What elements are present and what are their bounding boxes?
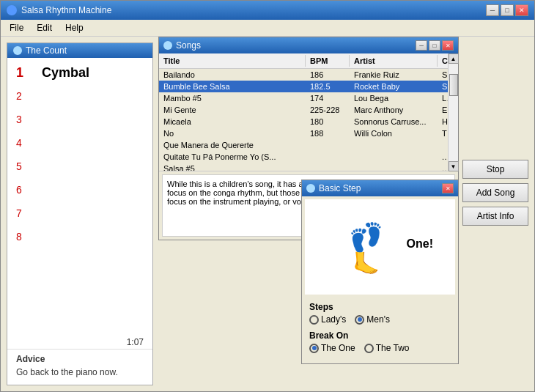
songs-restore-button[interactable]: □ — [429, 40, 440, 51]
song-row-5[interactable]: No 188 Willi Colon The Hit List - La His… — [159, 127, 448, 139]
song-cd-4: Heavy Salsa — [438, 117, 448, 127]
song-bpm-4: 180 — [306, 117, 350, 127]
app-window: Salsa Rhythm Machine ─ □ ✕ File Edit Hel… — [0, 0, 535, 392]
title-bar: Salsa Rhythm Machine ─ □ ✕ — [1, 1, 534, 20]
song-row-7[interactable]: Quitate Tu Pá Ponerme Yo (S... ...os — [159, 151, 448, 163]
minimize-button[interactable]: ─ — [486, 4, 499, 16]
songs-title-bar: Songs ─ □ ✕ — [159, 37, 458, 53]
basic-step-tb-controls: ✕ — [442, 183, 454, 193]
song-artist-0: Frankie Ruiz — [350, 70, 438, 80]
song-artist-3: Marc Anthony — [350, 105, 438, 115]
the-one-label: The One — [321, 343, 355, 353]
song-row-8[interactable]: Salsa #5 ...cero — [159, 163, 448, 171]
mens-radio[interactable] — [355, 315, 364, 325]
beat-label-1: Cymbal — [42, 65, 89, 81]
song-row-0[interactable]: Bailando 186 Frankie Ruiz Salsa Fresca — [159, 69, 448, 81]
beat-one-label: One! — [407, 237, 433, 251]
song-title-2: Mambo #5 — [159, 93, 306, 103]
mens-option[interactable]: Men's — [355, 314, 390, 325]
song-bpm-7 — [306, 152, 350, 162]
song-title-5: No — [159, 128, 306, 138]
menu-help[interactable]: Help — [59, 21, 89, 34]
song-artist-8 — [350, 163, 438, 171]
count-panel-label: The Count — [26, 45, 67, 56]
artist-info-button[interactable]: Artist Info — [462, 207, 528, 226]
basic-step-title-bar: Basic Step ✕ — [302, 180, 458, 196]
ladys-radio[interactable] — [309, 315, 319, 325]
scroll-thumb[interactable] — [449, 74, 458, 96]
song-cd-1: Shake, Rattle & Rhyme — [438, 81, 448, 92]
count-row-1: 1 Cymbal — [7, 61, 152, 84]
count-row-3: 3 — [7, 108, 152, 131]
songs-minimize-button[interactable]: ─ — [416, 40, 427, 51]
beat-number-4: 4 — [16, 137, 27, 149]
basic-step-icon — [306, 184, 315, 193]
song-title-4: Micaela — [159, 117, 306, 127]
basic-step-window: Basic Step ✕ 👣 🦶 One! Steps — [301, 180, 459, 364]
count-panel-icon — [13, 46, 22, 55]
right-panel: Stop Add Song Artist Info — [462, 42, 528, 226]
the-two-radio[interactable] — [364, 344, 374, 353]
count-row-7: 7 — [7, 201, 152, 225]
songs-close-button[interactable]: ✕ — [442, 40, 454, 51]
songs-title-left: Songs — [163, 40, 201, 51]
song-cd-6 — [438, 140, 448, 150]
song-row-6[interactable]: Que Manera de Quererte — [159, 139, 448, 151]
menu-edit[interactable]: Edit — [31, 21, 58, 34]
beat-number-3: 3 — [16, 114, 27, 125]
the-two-option[interactable]: The Two — [364, 343, 410, 353]
song-cd-2: Little Bit of Mambo — [438, 93, 448, 103]
song-bpm-3: 225-228 — [306, 105, 350, 115]
count-row-6: 6 — [7, 178, 152, 201]
songs-table-header: Title BPM Artist CD — [159, 53, 448, 69]
song-cd-8: ...cero — [438, 163, 448, 171]
basic-step-close-button[interactable]: ✕ — [442, 183, 454, 193]
song-bpm-2: 174 — [306, 93, 350, 103]
song-artist-6 — [350, 140, 438, 150]
col-artist[interactable]: Artist — [350, 55, 438, 67]
songs-table-body[interactable]: Bailando 186 Frankie Ruiz Salsa Fresca B… — [159, 69, 448, 171]
steps-radio-group: Lady's Men's — [309, 314, 451, 325]
songs-scrollbar[interactable]: ▲ ▼ — [448, 53, 458, 171]
break-on-radio-group: The One The Two — [309, 343, 451, 353]
basic-step-options: Steps Lady's Men's Break On — [302, 297, 458, 363]
steps-label: Steps — [309, 302, 451, 312]
time-display: 1:07 — [7, 336, 152, 349]
count-row-8: 8 — [7, 225, 152, 248]
the-one-radio[interactable] — [309, 344, 319, 353]
scroll-down-arrow[interactable]: ▼ — [449, 161, 459, 171]
main-content: The Count 1 Cymbal 2 3 4 — [1, 37, 534, 391]
song-cd-0: Salsa Fresca — [438, 70, 448, 80]
beat-number-5: 5 — [16, 160, 27, 172]
menu-file[interactable]: File — [4, 21, 29, 34]
count-panel: The Count 1 Cymbal 2 3 4 — [7, 42, 153, 385]
song-artist-1: Rocket Baby — [350, 81, 438, 92]
song-cd-5: The Hit List - La Historia — [438, 128, 448, 138]
song-title-6: Que Manera de Quererte — [159, 140, 306, 150]
song-row-3[interactable]: Mi Gente 225-228 Marc Anthony El Cantant… — [159, 104, 448, 116]
song-title-8: Salsa #5 — [159, 163, 306, 171]
song-row-2[interactable]: Mambo #5 174 Lou Bega Little Bit of Mamb… — [159, 92, 448, 104]
maximize-button[interactable]: □ — [501, 4, 514, 16]
scroll-up-arrow[interactable]: ▲ — [449, 53, 459, 64]
menu-bar: File Edit Help — [1, 20, 534, 37]
song-row-4[interactable]: Micaela 180 Sonnorus Carruse... Heavy Sa… — [159, 116, 448, 127]
ladys-option[interactable]: Lady's — [309, 314, 346, 325]
col-title[interactable]: Title — [159, 55, 306, 67]
song-row-1[interactable]: Bumble Bee Salsa 182.5 Rocket Baby Shake… — [159, 81, 448, 92]
beat-number-8: 8 — [16, 231, 27, 243]
col-cd[interactable]: CD — [438, 55, 448, 67]
close-button[interactable]: ✕ — [515, 4, 528, 16]
stop-button[interactable]: Stop — [462, 160, 528, 179]
break-on-group: Break On The One The Two — [309, 330, 451, 353]
app-icon — [7, 5, 17, 15]
beat-number-2: 2 — [16, 90, 27, 102]
the-one-option[interactable]: The One — [309, 343, 355, 353]
beat-number-6: 6 — [16, 184, 27, 196]
song-bpm-1: 182.5 — [306, 81, 350, 92]
count-row-4: 4 — [7, 131, 152, 155]
song-artist-7 — [350, 152, 438, 162]
songs-title: Songs — [176, 40, 201, 51]
col-bpm[interactable]: BPM — [306, 55, 350, 67]
add-song-button[interactable]: Add Song — [462, 183, 528, 202]
